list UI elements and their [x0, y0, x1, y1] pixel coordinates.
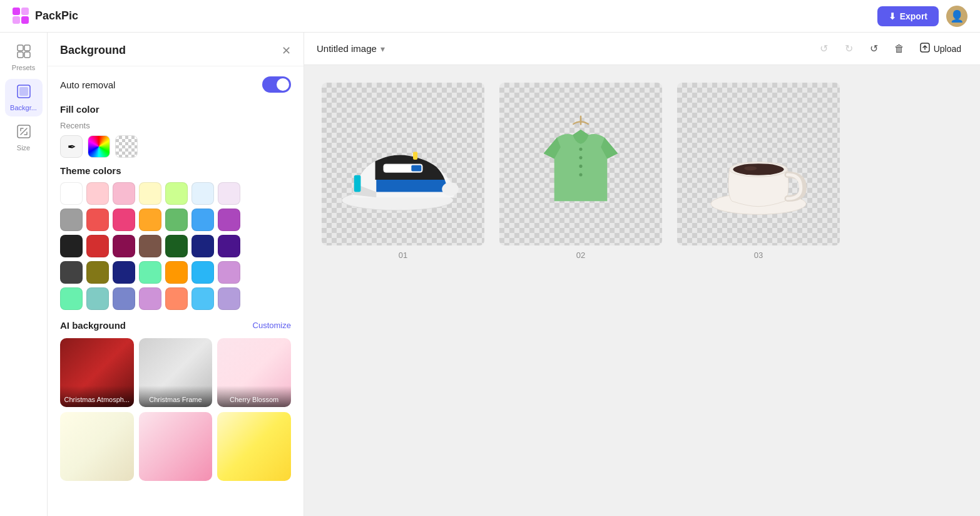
- sidebar-item-size[interactable]: Size: [5, 119, 43, 157]
- toolbar-actions: ↺ ↻ ↺ 🗑 Upload: [814, 38, 967, 59]
- ai-card-christmas-atmosph[interactable]: Christmas Atmosph...: [60, 338, 134, 407]
- theme-swatch-18[interactable]: [165, 235, 188, 257]
- logo: PackPic: [13, 8, 78, 25]
- rainbow-swatch[interactable]: [88, 135, 110, 158]
- canvas-title: Untitled image: [317, 43, 377, 54]
- svg-point-19: [579, 156, 582, 159]
- close-button[interactable]: ✕: [282, 45, 291, 56]
- theme-swatch-25[interactable]: [165, 261, 188, 284]
- svg-point-15: [442, 182, 459, 195]
- download-icon: ⬇: [889, 11, 896, 21]
- theme-swatch-22[interactable]: [86, 261, 109, 284]
- theme-swatch-26[interactable]: [191, 261, 214, 284]
- ai-grid: Christmas Atmosph... Christmas Frame Che…: [60, 338, 291, 481]
- theme-swatch-1[interactable]: [86, 182, 109, 205]
- topbar: PackPic ⬇ Export 👤: [0, 0, 980, 33]
- ai-card-flower-2[interactable]: [139, 412, 213, 481]
- canvas-img-box-01[interactable]: [322, 83, 484, 245]
- canvas-item-01: 01: [322, 83, 484, 260]
- ai-card-christmas-frame[interactable]: Christmas Frame: [139, 338, 213, 407]
- theme-swatch-2[interactable]: [113, 182, 135, 205]
- fill-color-title: Fill color: [60, 104, 291, 115]
- logo-icon: [13, 8, 30, 25]
- undo-button[interactable]: ↺: [814, 38, 835, 59]
- theme-swatch-27[interactable]: [218, 261, 240, 284]
- theme-swatch-23[interactable]: [113, 261, 135, 284]
- sidebar-item-presets[interactable]: Presets: [5, 39, 43, 76]
- upload-button[interactable]: Upload: [914, 39, 967, 58]
- canvas-area: Untitled image ▾ ↺ ↻ ↺ 🗑 Upload: [304, 33, 980, 516]
- theme-swatch-0[interactable]: [60, 182, 83, 205]
- shirt-image: [512, 101, 650, 227]
- svg-point-20: [579, 165, 582, 168]
- theme-swatch-32[interactable]: [165, 287, 188, 310]
- background-label: Backgr...: [10, 104, 37, 111]
- theme-swatch-10[interactable]: [139, 209, 161, 231]
- chevron-down-icon[interactable]: ▾: [380, 44, 385, 54]
- upload-label: Upload: [934, 44, 961, 54]
- theme-swatch-6[interactable]: [218, 182, 240, 205]
- avatar[interactable]: 👤: [946, 6, 967, 27]
- theme-swatch-7[interactable]: [60, 209, 83, 231]
- sidebar-item-background[interactable]: Backgr...: [5, 79, 43, 116]
- theme-swatch-11[interactable]: [165, 209, 188, 231]
- theme-swatch-17[interactable]: [139, 235, 161, 257]
- theme-swatch-9[interactable]: [113, 209, 135, 231]
- auto-removal-toggle[interactable]: [262, 76, 291, 93]
- theme-swatch-5[interactable]: [191, 182, 214, 205]
- ai-card-flower-3[interactable]: [217, 412, 291, 481]
- theme-swatch-28[interactable]: [60, 287, 83, 310]
- canvas-item-03: 03: [677, 83, 840, 260]
- recents-title: Recents: [60, 121, 291, 130]
- recents-row: ✒: [60, 135, 291, 158]
- theme-swatch-3[interactable]: [139, 182, 161, 205]
- ai-card-label-3: Cherry Blossom: [217, 386, 291, 407]
- svg-rect-4: [18, 45, 23, 51]
- theme-swatch-33[interactable]: [191, 287, 214, 310]
- canvas-grid: 01: [304, 65, 980, 516]
- svg-rect-5: [24, 45, 30, 51]
- shoe-image: [328, 114, 478, 214]
- canvas-img-box-02[interactable]: [499, 83, 662, 245]
- theme-swatch-19[interactable]: [191, 235, 214, 257]
- svg-rect-17: [354, 175, 361, 192]
- export-button[interactable]: ⬇ Export: [877, 6, 939, 26]
- ai-background-header: AI background Customize: [60, 320, 291, 331]
- refresh-button[interactable]: ↺: [864, 38, 885, 59]
- transparent-swatch[interactable]: [115, 135, 138, 158]
- theme-swatch-34[interactable]: [218, 287, 240, 310]
- canvas-img-box-03[interactable]: [677, 83, 840, 245]
- theme-swatch-29[interactable]: [86, 287, 109, 310]
- size-icon: [17, 125, 31, 142]
- ai-card-label-2: Christmas Frame: [139, 386, 213, 407]
- svg-rect-7: [24, 52, 30, 58]
- theme-swatch-24[interactable]: [139, 261, 161, 284]
- theme-swatch-8[interactable]: [86, 209, 109, 231]
- theme-swatch-30[interactable]: [113, 287, 135, 310]
- theme-swatch-31[interactable]: [139, 287, 161, 310]
- avatar-icon: 👤: [950, 9, 964, 23]
- canvas-label-03: 03: [754, 250, 763, 260]
- left-panel: Background ✕ Auto removal Fill color Rec…: [48, 33, 304, 516]
- ai-card-cherry-blossom[interactable]: Cherry Blossom: [217, 338, 291, 407]
- theme-swatch-4[interactable]: [165, 182, 188, 205]
- delete-button[interactable]: 🗑: [889, 38, 910, 59]
- theme-swatch-14[interactable]: [60, 235, 83, 257]
- ai-background-title: AI background: [60, 320, 126, 331]
- redo-button[interactable]: ↻: [839, 38, 860, 59]
- auto-removal-row: Auto removal: [60, 76, 291, 93]
- theme-swatch-13[interactable]: [218, 209, 240, 231]
- app-name: PackPic: [35, 9, 78, 23]
- theme-swatch-20[interactable]: [218, 235, 240, 257]
- ai-card-flower-1[interactable]: [60, 412, 134, 481]
- svg-rect-1: [21, 8, 29, 15]
- eyedropper-swatch[interactable]: ✒: [60, 135, 83, 158]
- theme-swatch-12[interactable]: [191, 209, 214, 231]
- theme-swatch-15[interactable]: [86, 235, 109, 257]
- theme-swatch-16[interactable]: [113, 235, 135, 257]
- theme-swatch-21[interactable]: [60, 261, 83, 284]
- customize-link[interactable]: Customize: [253, 321, 291, 330]
- main-layout: Presets Backgr... Size Background: [0, 33, 980, 516]
- svg-point-18: [579, 148, 582, 151]
- coffee-image: [690, 101, 827, 227]
